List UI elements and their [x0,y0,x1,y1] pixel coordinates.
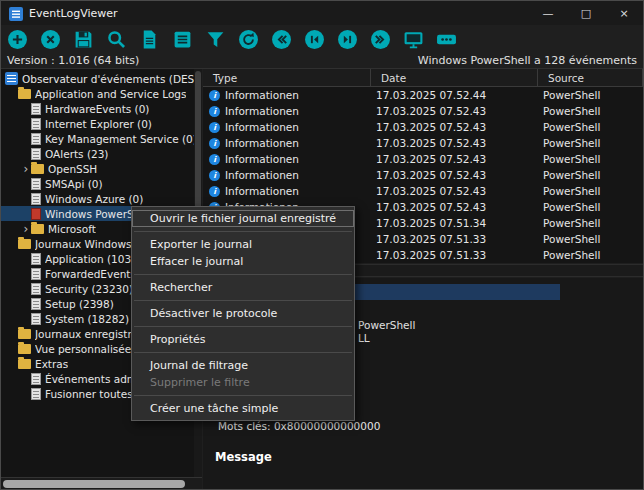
menu-item-ouvrir-le-fichier-journal-enregistr[interactable]: Ouvrir le fichier journal enregistré [132,210,354,227]
event-row[interactable]: iInformationen17.03.2025 07.52.43PowerSh… [203,103,643,119]
context-menu: Ouvrir le fichier journal enregistréExpo… [131,206,355,421]
log-icon [31,283,41,295]
chevron-right-icon[interactable]: › [21,222,31,236]
refresh-icon [238,29,259,50]
tree-horizontal-scrollbar[interactable] [1,477,202,489]
cancel-icon [40,29,61,50]
event-date-cell: 17.03.2025 07.52.43 [371,137,538,149]
more-icon [436,29,457,50]
folder-icon [18,359,31,369]
column-header-date[interactable]: Date [371,69,538,86]
tree-item-label: Extras [35,358,68,370]
tree-item-observateur-d-v-nements-desktop-me[interactable]: Observateur d'événements (DESKTOP-ME [1,71,201,86]
status-bar: Version : 1.016 (64 bits) Windows PowerS… [1,53,643,69]
search-icon [106,29,127,50]
cancel-button[interactable] [39,28,61,50]
log-icon [31,118,41,130]
save-icon [73,29,94,50]
menu-separator [134,274,352,275]
folder-icon [18,344,31,354]
log-red-icon [31,208,41,220]
detail-line: PowerShell [358,319,415,332]
log-icon [31,388,41,400]
event-source-cell: PowerShell [538,249,643,261]
menu-separator [134,352,352,353]
column-header-type[interactable]: Type [203,69,371,86]
event-date-cell: 17.03.2025 07.51.33 [371,233,538,245]
tree-item-label: Journaux Windows [35,238,131,250]
maximize-button[interactable]: □ [567,1,605,25]
information-icon: i [209,138,220,149]
close-button[interactable]: × [605,1,643,25]
tree-item-label: OAlerts (23) [45,148,108,160]
display-button[interactable] [402,28,424,50]
event-source-cell: PowerShell [538,217,643,229]
folder-icon [18,329,31,339]
tree-item-label: HardwareEvents (0) [45,103,149,115]
previous-page-button[interactable] [303,28,325,50]
last-page-button[interactable] [369,28,391,50]
chevron-right-icon[interactable]: › [21,162,31,176]
event-row[interactable]: iInformationen17.03.2025 07.52.43PowerSh… [203,119,643,135]
list-icon [172,29,193,50]
event-source-cell: PowerShell [538,89,643,101]
event-type-cell: iInformationen [203,169,371,181]
filter-button[interactable] [204,28,226,50]
column-header-source[interactable]: Source [538,69,643,86]
first-page-button[interactable] [270,28,292,50]
event-row[interactable]: iInformationen17.03.2025 07.52.43PowerSh… [203,135,643,151]
menu-item-journal-de-filtrage[interactable]: Journal de filtrage [132,357,354,374]
tree-item-label: Setup (2398) [45,298,114,310]
tree-item-key-management-service-0[interactable]: Key Management Service (0) [1,131,201,146]
event-row[interactable]: iInformationen17.03.2025 07.52.43PowerSh… [203,167,643,183]
menu-item-cr-er-une-t-che-simple[interactable]: Créer une tâche simple [132,400,354,417]
tree-item-openssh[interactable]: ›OpenSSH [1,161,201,176]
menu-separator [134,300,352,301]
event-date-cell: 17.03.2025 07.52.43 [371,153,538,165]
tree-item-label: Application (10375 [45,253,145,265]
menu-item-d-sactiver-le-protocole[interactable]: Désactiver le protocole [132,305,354,322]
tree-item-windows-azure-0[interactable]: Windows Azure (0) [1,191,201,206]
event-list-button[interactable] [171,28,193,50]
tree-item-application-and-service-logs[interactable]: Application and Service Logs [1,86,201,101]
app-window: EventLogViewer — □ × Version : 1.016 (64… [0,0,644,490]
folder-icon [31,164,44,174]
tree-item-internet-explorer-0[interactable]: Internet Explorer (0) [1,116,201,131]
add-button[interactable] [6,28,28,50]
tree-item-oalerts-23[interactable]: OAlerts (23) [1,146,201,161]
minimize-button[interactable]: — [529,1,567,25]
event-source-cell: PowerShell [538,233,643,245]
refresh-button[interactable] [237,28,259,50]
menu-item-propri-t-s[interactable]: Propriétés [132,331,354,348]
log-icon [31,313,41,325]
titlebar: EventLogViewer — □ × [1,1,643,25]
event-table-header: TypeDateSource [203,69,643,87]
event-source-cell: PowerShell [538,121,643,133]
menu-item-rechercher[interactable]: Rechercher [132,279,354,296]
more-options-button[interactable] [435,28,457,50]
menu-separator [134,326,352,327]
save-button[interactable] [72,28,94,50]
information-icon: i [209,122,220,133]
tree-item-hardwareevents-0[interactable]: HardwareEvents (0) [1,101,201,116]
document-icon [139,29,160,50]
log-icon [31,103,41,115]
search-button[interactable] [105,28,127,50]
menu-item-effacer-le-journal[interactable]: Effacer le journal [132,253,354,270]
event-row[interactable]: iInformationen17.03.2025 07.52.43PowerSh… [203,151,643,167]
folder-icon [18,239,31,249]
event-source-cell: PowerShell [538,137,643,149]
event-source-cell: PowerShell [538,201,643,213]
event-date-cell: 17.03.2025 07.52.44 [371,89,538,101]
event-source-cell: PowerShell [538,169,643,181]
event-row[interactable]: iInformationen17.03.2025 07.52.44PowerSh… [203,87,643,103]
event-date-cell: 17.03.2025 07.52.43 [371,201,538,213]
next-page-button[interactable] [336,28,358,50]
scrollbar-thumb[interactable] [3,480,185,488]
event-type-cell: iInformationen [203,185,371,197]
event-row[interactable]: iInformationen17.03.2025 07.52.43PowerSh… [203,183,643,199]
tree-item-smsapi-0[interactable]: SMSApi (0) [1,176,201,191]
menu-item-exporter-le-journal[interactable]: Exporter le journal [132,236,354,253]
folder-icon [18,89,31,99]
open-log-file-button[interactable] [138,28,160,50]
